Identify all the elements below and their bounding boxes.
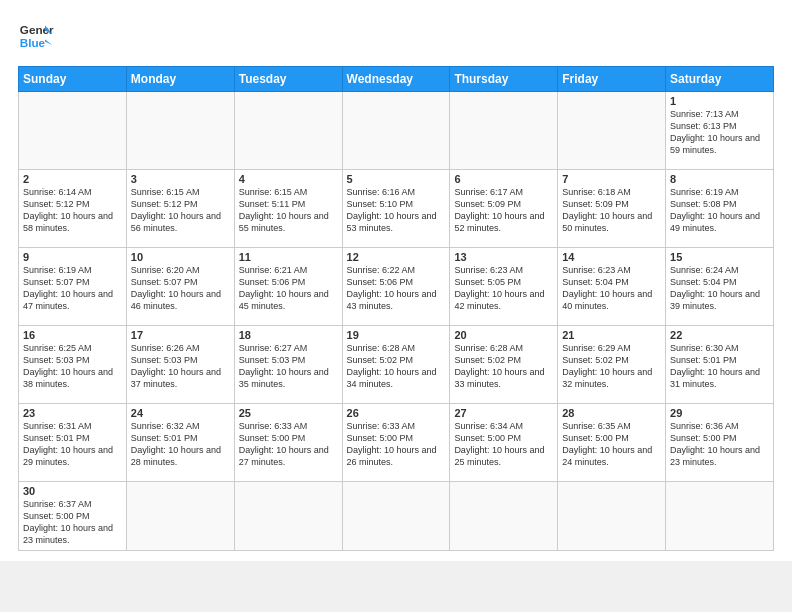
calendar-table: SundayMondayTuesdayWednesdayThursdayFrid… [18,66,774,551]
day-number: 26 [347,407,446,419]
day-number: 8 [670,173,769,185]
weekday-header-wednesday: Wednesday [342,67,450,92]
page-header: General Blue [18,18,774,54]
day-number: 19 [347,329,446,341]
day-info: Sunrise: 6:34 AM Sunset: 5:00 PM Dayligh… [454,420,553,469]
day-info: Sunrise: 6:27 AM Sunset: 5:03 PM Dayligh… [239,342,338,391]
day-number: 10 [131,251,230,263]
calendar-cell: 3Sunrise: 6:15 AM Sunset: 5:12 PM Daylig… [126,170,234,248]
calendar-cell: 20Sunrise: 6:28 AM Sunset: 5:02 PM Dayli… [450,326,558,404]
calendar-cell [450,92,558,170]
calendar-cell: 18Sunrise: 6:27 AM Sunset: 5:03 PM Dayli… [234,326,342,404]
calendar-cell: 26Sunrise: 6:33 AM Sunset: 5:00 PM Dayli… [342,404,450,482]
day-number: 27 [454,407,553,419]
calendar-week-row: 16Sunrise: 6:25 AM Sunset: 5:03 PM Dayli… [19,326,774,404]
day-info: Sunrise: 6:14 AM Sunset: 5:12 PM Dayligh… [23,186,122,235]
day-info: Sunrise: 6:32 AM Sunset: 5:01 PM Dayligh… [131,420,230,469]
day-info: Sunrise: 6:37 AM Sunset: 5:00 PM Dayligh… [23,498,122,547]
calendar-cell: 28Sunrise: 6:35 AM Sunset: 5:00 PM Dayli… [558,404,666,482]
calendar-cell: 2Sunrise: 6:14 AM Sunset: 5:12 PM Daylig… [19,170,127,248]
calendar-cell: 15Sunrise: 6:24 AM Sunset: 5:04 PM Dayli… [666,248,774,326]
calendar-cell: 30Sunrise: 6:37 AM Sunset: 5:00 PM Dayli… [19,482,127,551]
day-info: Sunrise: 6:26 AM Sunset: 5:03 PM Dayligh… [131,342,230,391]
day-info: Sunrise: 6:33 AM Sunset: 5:00 PM Dayligh… [347,420,446,469]
calendar-week-row: 23Sunrise: 6:31 AM Sunset: 5:01 PM Dayli… [19,404,774,482]
day-info: Sunrise: 6:36 AM Sunset: 5:00 PM Dayligh… [670,420,769,469]
day-number: 2 [23,173,122,185]
day-info: Sunrise: 6:21 AM Sunset: 5:06 PM Dayligh… [239,264,338,313]
day-number: 21 [562,329,661,341]
calendar-cell: 27Sunrise: 6:34 AM Sunset: 5:00 PM Dayli… [450,404,558,482]
calendar-week-row: 1Sunrise: 7:13 AM Sunset: 6:13 PM Daylig… [19,92,774,170]
calendar-cell [126,92,234,170]
calendar-cell: 22Sunrise: 6:30 AM Sunset: 5:01 PM Dayli… [666,326,774,404]
day-number: 7 [562,173,661,185]
calendar-cell: 14Sunrise: 6:23 AM Sunset: 5:04 PM Dayli… [558,248,666,326]
day-info: Sunrise: 6:15 AM Sunset: 5:12 PM Dayligh… [131,186,230,235]
logo: General Blue [18,18,54,54]
day-info: Sunrise: 6:20 AM Sunset: 5:07 PM Dayligh… [131,264,230,313]
day-number: 15 [670,251,769,263]
calendar-cell: 1Sunrise: 7:13 AM Sunset: 6:13 PM Daylig… [666,92,774,170]
day-info: Sunrise: 6:28 AM Sunset: 5:02 PM Dayligh… [347,342,446,391]
day-number: 14 [562,251,661,263]
day-number: 11 [239,251,338,263]
calendar-cell [558,92,666,170]
generalblue-logo-icon: General Blue [18,18,54,54]
day-number: 28 [562,407,661,419]
day-number: 23 [23,407,122,419]
day-info: Sunrise: 6:30 AM Sunset: 5:01 PM Dayligh… [670,342,769,391]
day-info: Sunrise: 6:23 AM Sunset: 5:04 PM Dayligh… [562,264,661,313]
calendar-week-row: 9Sunrise: 6:19 AM Sunset: 5:07 PM Daylig… [19,248,774,326]
svg-text:General: General [20,23,54,36]
calendar-cell: 8Sunrise: 6:19 AM Sunset: 5:08 PM Daylig… [666,170,774,248]
calendar-cell: 21Sunrise: 6:29 AM Sunset: 5:02 PM Dayli… [558,326,666,404]
day-info: Sunrise: 6:28 AM Sunset: 5:02 PM Dayligh… [454,342,553,391]
day-info: Sunrise: 6:15 AM Sunset: 5:11 PM Dayligh… [239,186,338,235]
day-info: Sunrise: 6:31 AM Sunset: 5:01 PM Dayligh… [23,420,122,469]
calendar-cell: 25Sunrise: 6:33 AM Sunset: 5:00 PM Dayli… [234,404,342,482]
calendar-cell: 10Sunrise: 6:20 AM Sunset: 5:07 PM Dayli… [126,248,234,326]
calendar-cell: 16Sunrise: 6:25 AM Sunset: 5:03 PM Dayli… [19,326,127,404]
day-number: 24 [131,407,230,419]
calendar-cell: 23Sunrise: 6:31 AM Sunset: 5:01 PM Dayli… [19,404,127,482]
calendar-cell [450,482,558,551]
day-info: Sunrise: 6:29 AM Sunset: 5:02 PM Dayligh… [562,342,661,391]
calendar-week-row: 2Sunrise: 6:14 AM Sunset: 5:12 PM Daylig… [19,170,774,248]
calendar-cell: 17Sunrise: 6:26 AM Sunset: 5:03 PM Dayli… [126,326,234,404]
day-number: 29 [670,407,769,419]
day-number: 1 [670,95,769,107]
calendar-cell [234,482,342,551]
calendar-cell: 7Sunrise: 6:18 AM Sunset: 5:09 PM Daylig… [558,170,666,248]
day-info: Sunrise: 6:22 AM Sunset: 5:06 PM Dayligh… [347,264,446,313]
calendar-cell [126,482,234,551]
calendar-cell [19,92,127,170]
weekday-header-sunday: Sunday [19,67,127,92]
calendar-week-row: 30Sunrise: 6:37 AM Sunset: 5:00 PM Dayli… [19,482,774,551]
day-number: 12 [347,251,446,263]
calendar-cell [666,482,774,551]
day-info: Sunrise: 6:23 AM Sunset: 5:05 PM Dayligh… [454,264,553,313]
day-number: 25 [239,407,338,419]
calendar-cell [234,92,342,170]
day-info: Sunrise: 6:33 AM Sunset: 5:00 PM Dayligh… [239,420,338,469]
day-number: 4 [239,173,338,185]
day-number: 17 [131,329,230,341]
day-info: Sunrise: 6:24 AM Sunset: 5:04 PM Dayligh… [670,264,769,313]
day-number: 18 [239,329,338,341]
svg-text:Blue: Blue [20,36,46,49]
calendar-cell [342,482,450,551]
day-info: Sunrise: 7:13 AM Sunset: 6:13 PM Dayligh… [670,108,769,157]
calendar-cell: 24Sunrise: 6:32 AM Sunset: 5:01 PM Dayli… [126,404,234,482]
day-number: 5 [347,173,446,185]
day-number: 6 [454,173,553,185]
calendar-cell [342,92,450,170]
calendar-cell: 9Sunrise: 6:19 AM Sunset: 5:07 PM Daylig… [19,248,127,326]
weekday-header-thursday: Thursday [450,67,558,92]
day-number: 16 [23,329,122,341]
day-number: 22 [670,329,769,341]
day-number: 20 [454,329,553,341]
day-info: Sunrise: 6:19 AM Sunset: 5:08 PM Dayligh… [670,186,769,235]
calendar-cell: 5Sunrise: 6:16 AM Sunset: 5:10 PM Daylig… [342,170,450,248]
weekday-header-tuesday: Tuesday [234,67,342,92]
